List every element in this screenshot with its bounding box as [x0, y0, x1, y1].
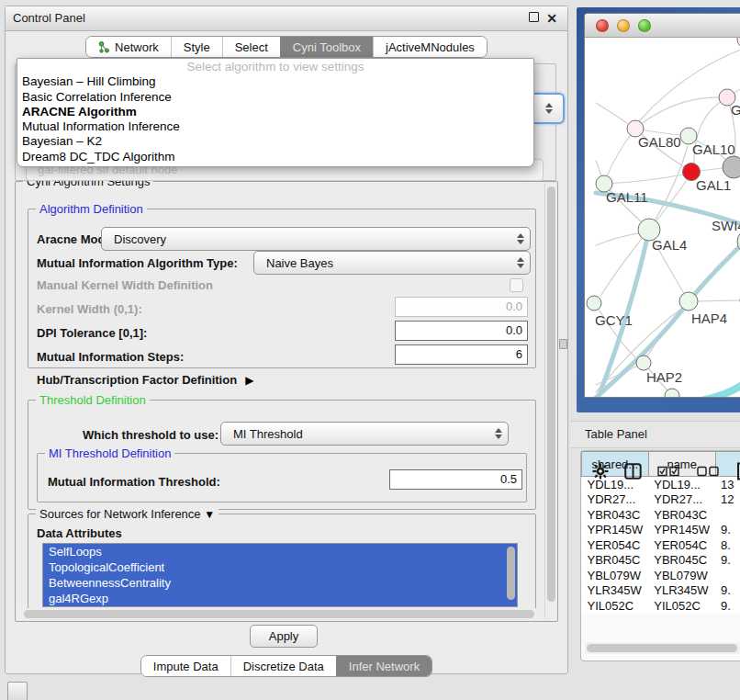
table-cell: YBR043C — [648, 507, 715, 523]
apply-button[interactable]: Apply — [250, 625, 318, 648]
mi-type-combobox[interactable]: Naive Bayes — [253, 251, 531, 275]
network-edge[interactable] — [698, 300, 740, 301]
manual-kernel-checkbox[interactable] — [510, 278, 523, 292]
algorithm-popup-item[interactable]: Bayesian – K2 — [17, 134, 533, 149]
tab-style[interactable]: Style — [171, 37, 222, 57]
tab-label: Cyni Toolbox — [293, 40, 361, 54]
data-attribute-item[interactable]: SelfLoops — [43, 544, 517, 559]
table-row[interactable]: YBR043CYBR043C — [582, 507, 740, 523]
expand-down-arrow-icon: ▼ — [204, 508, 215, 521]
checked-boxes-icon[interactable] — [657, 466, 681, 477]
table-cell: 9. — [715, 523, 740, 538]
kernel-width-label: Kernel Width (0,1): — [37, 302, 142, 316]
network-edge[interactable] — [635, 97, 727, 129]
dpi-tolerance-field[interactable]: 0.0 — [395, 321, 528, 341]
table-row[interactable]: YBL079WYBL079W — [582, 568, 740, 583]
unchecked-boxes-icon[interactable] — [697, 466, 721, 477]
close-icon[interactable]: ✕ — [545, 12, 558, 25]
combo-stepper-icon — [511, 233, 530, 244]
mi-threshold-label: Mutual Information Threshold: — [48, 475, 220, 489]
table-row[interactable]: YIL052CYIL052C9. — [582, 598, 740, 614]
network-view-inner-window: GALGAL80GAL10GAL1GAL11SWI4GAL4GCY1HAP4YH… — [584, 13, 740, 398]
network-edge[interactable] — [639, 48, 740, 121]
tab-select[interactable]: Select — [222, 37, 280, 57]
tab-label: Impute Data — [153, 660, 219, 673]
algorithm-popup-item[interactable]: Basic Correlation Inference — [17, 90, 533, 105]
table-cell: 9. — [715, 583, 740, 599]
table-panel-title: Table Panel — [585, 427, 647, 441]
file-export-icon[interactable] — [736, 462, 740, 480]
kernel-width-field[interactable]: 0.0 — [395, 297, 528, 317]
algorithm-popup-prompt: Select algorithm to view settings — [17, 60, 533, 74]
table-row[interactable]: YLR345WYLR345W9. — [582, 583, 740, 599]
zoom-traffic-icon[interactable] — [638, 19, 651, 32]
algorithm-popup-item[interactable]: Dream8 DC_TDC Algorithm — [17, 150, 533, 164]
data-attribute-item[interactable]: TopologicalCoefficient — [43, 559, 517, 575]
table-row[interactable]: YDR27...YDR27...12 — [582, 492, 740, 508]
tab-network[interactable]: Network — [86, 37, 171, 57]
network-edge[interactable] — [596, 233, 639, 245]
mi-steps-label: Mutual Information Steps: — [37, 350, 184, 364]
tab-label: Network — [115, 40, 159, 54]
table-cell: YER054C — [582, 537, 649, 553]
data-attributes-list[interactable]: SelfLoopsTopologicalCoefficientBetweenne… — [42, 543, 518, 607]
algorithm-definition-title: Algorithm Definition — [36, 202, 147, 216]
expand-right-arrow-icon: ▶ — [245, 374, 253, 387]
panel-divider-grip[interactable] — [559, 339, 567, 349]
minimize-traffic-icon[interactable] — [617, 19, 630, 32]
table-cell: YDR27... — [648, 492, 715, 508]
tab-discretize-data[interactable]: Discretize Data — [230, 656, 336, 676]
table-cell — [715, 568, 740, 583]
network-canvas[interactable]: GALGAL80GAL10GAL1GAL11SWI4GAL4GCY1HAP4YH… — [585, 38, 740, 397]
table-cell: 9. — [715, 553, 740, 569]
screen: Control Panel ✕ NetworkStyleSelectCyni T… — [0, 0, 740, 700]
hub-definition-expander[interactable]: Hub/Transcription Factor Definition ▶ — [37, 373, 253, 387]
mi-steps-field[interactable]: 6 — [395, 344, 528, 365]
algorithm-popup-item[interactable]: Mutual Information Inference — [17, 119, 533, 134]
network-node-label: SWI4 — [712, 218, 740, 233]
control-panel-window: Control Panel ✕ NetworkStyleSelectCyni T… — [5, 6, 568, 674]
network-node-label: GAL11 — [606, 189, 648, 205]
which-threshold-combobox[interactable]: MI Threshold — [220, 422, 509, 446]
tab-impute-data[interactable]: Impute Data — [141, 656, 230, 676]
settings-vertical-scrollbar[interactable] — [544, 183, 557, 618]
table-cell: YBL079W — [582, 568, 649, 583]
columns-icon[interactable] — [624, 463, 642, 480]
settings-gear-icon[interactable] — [592, 463, 609, 480]
attr-list-scrollbar[interactable] — [507, 547, 515, 600]
network-edge[interactable] — [596, 103, 627, 123]
tab-infer-network[interactable]: Infer Network — [336, 656, 432, 676]
tab-cyni-toolbox[interactable]: Cyni Toolbox — [280, 37, 373, 57]
network-node-HAP4[interactable] — [679, 292, 698, 310]
network-node-HAP2[interactable] — [636, 356, 651, 370]
table-horizontal-scrollbar[interactable] — [585, 642, 740, 654]
network-edge[interactable] — [604, 175, 683, 184]
network-node-gray-node[interactable] — [723, 156, 740, 178]
table-row[interactable]: YBR045CYBR045C9. — [582, 553, 740, 569]
table-cell: YDR27... — [582, 492, 649, 508]
network-node-label: HAP2 — [646, 369, 682, 385]
network-edge[interactable] — [700, 168, 723, 171]
top-tabbar: NetworkStyleSelectCyni ToolboxjActiveMNo… — [6, 36, 567, 58]
settings-horizontal-scrollbar[interactable] — [18, 608, 542, 620]
aracne-mode-combobox[interactable]: Discovery — [101, 227, 531, 251]
network-node-GCY1[interactable] — [587, 296, 601, 310]
network-node-label: GAL4 — [652, 237, 687, 253]
mi-type-label: Mutual Information Algorithm Type: — [37, 256, 238, 270]
minimized-window-icon[interactable] — [7, 682, 28, 700]
table-cell: 9. — [715, 598, 740, 614]
float-window-icon[interactable] — [527, 12, 540, 25]
table-cell: YBR045C — [582, 553, 649, 569]
close-traffic-icon[interactable] — [596, 19, 609, 32]
tab-label: jActiveMNodules — [386, 40, 475, 54]
sources-group-title[interactable]: Sources for Network Inference ▼ — [36, 507, 219, 521]
algorithm-popup-item[interactable]: Bayesian – Hill Climbing — [17, 74, 533, 89]
data-attribute-item[interactable]: BetweennessCentrality — [43, 575, 517, 591]
algorithm-popup-item[interactable]: ARACNE Algorithm — [17, 105, 533, 119]
table-row[interactable]: YPR145WYPR145W9. — [582, 523, 740, 538]
tab-jactivemnodules[interactable]: jActiveMNodules — [373, 37, 487, 57]
network-edge[interactable] — [682, 376, 740, 397]
data-attribute-item[interactable]: gal4RGexp — [43, 591, 517, 606]
mi-threshold-field[interactable]: 0.5 — [389, 469, 522, 490]
table-row[interactable]: YER054CYER054C8. — [582, 537, 740, 553]
